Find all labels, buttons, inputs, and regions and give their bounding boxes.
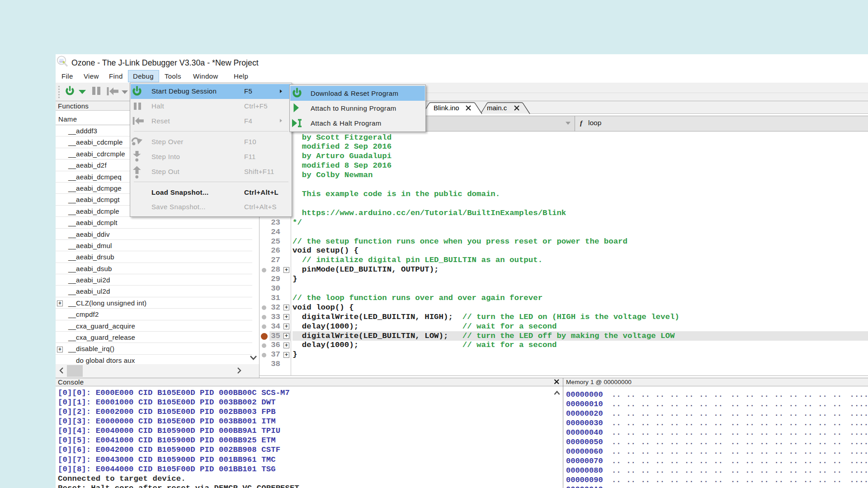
svg-text:main.c: main.c bbox=[487, 104, 507, 112]
svg-text:Blink.ino: Blink.ino bbox=[434, 104, 459, 112]
